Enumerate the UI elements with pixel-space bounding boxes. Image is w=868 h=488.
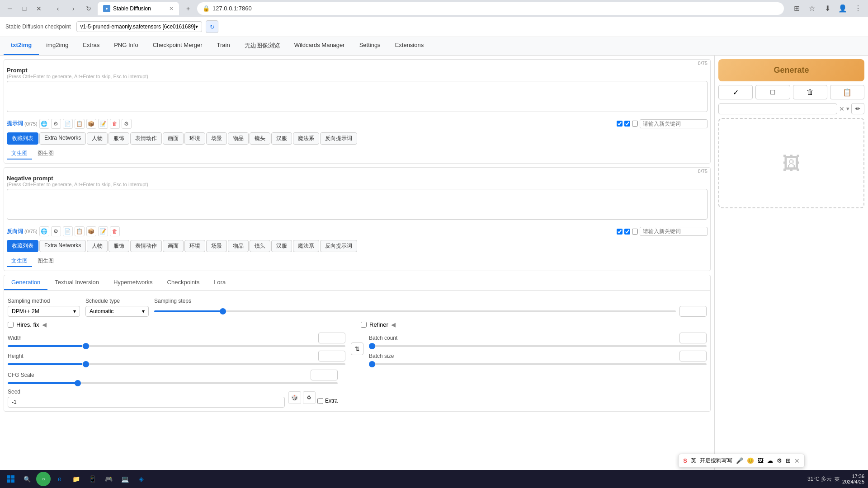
prompt-textarea[interactable] <box>7 81 708 112</box>
prompt-innertab-0[interactable]: 文生图 <box>7 148 32 160</box>
cfg-scale-input[interactable]: 7 <box>311 370 338 380</box>
prompt-icon1-btn[interactable]: 🌐 <box>39 119 49 129</box>
sogou-close-btn[interactable]: ✕ <box>794 457 800 465</box>
clipboard-btn[interactable]: 📋 <box>830 85 864 99</box>
prompt-icon3-btn[interactable]: 📄 <box>63 119 73 129</box>
height-input[interactable]: 512 <box>318 351 345 361</box>
neg-keyword-input[interactable] <box>640 227 708 236</box>
back-btn[interactable]: ‹ <box>52 2 64 15</box>
neg-check2[interactable] <box>624 229 630 235</box>
extra-checkbox[interactable] <box>317 398 323 404</box>
generate-btn[interactable]: Generate <box>718 59 864 81</box>
skip-btn[interactable]: □ <box>755 85 790 99</box>
taskbar-chrome-btn[interactable]: ○ <box>36 472 51 486</box>
gen-tab-3[interactable]: Checkpoints <box>160 275 207 290</box>
taskbar-vscode-btn[interactable]: ◈ <box>134 472 148 486</box>
image-placeholder[interactable]: 🖼 <box>718 118 864 208</box>
prompt-subtab-0[interactable]: 收藏列表 <box>7 132 38 145</box>
tab-img2img[interactable]: img2img <box>39 37 75 55</box>
gen-tab-1[interactable]: Textual Inversion <box>47 275 106 290</box>
close-btn[interactable]: ✕ <box>33 2 45 15</box>
tab-extensions[interactable]: Extensions <box>388 37 431 55</box>
neg-check3[interactable] <box>632 229 638 235</box>
style-edit-btn[interactable]: ✏ <box>851 103 864 114</box>
taskbar-search-btn[interactable]: 🔍 <box>20 472 34 486</box>
batch-size-input[interactable]: 1 <box>679 351 707 361</box>
prompt-check2[interactable] <box>624 121 630 127</box>
neg-subtab-10[interactable]: 汉服 <box>271 240 292 252</box>
neg-innertab-0[interactable]: 文生图 <box>7 256 32 267</box>
prompt-icon5-btn[interactable]: 📦 <box>86 119 96 129</box>
minimize-btn[interactable]: ─ <box>4 2 16 15</box>
forward-btn[interactable]: › <box>67 2 80 15</box>
neg-subtab-8[interactable]: 物品 <box>228 240 249 252</box>
refresh-btn[interactable]: ↻ <box>82 2 95 15</box>
tab-png-info[interactable]: PNG Info <box>107 37 145 55</box>
prompt-subtab-9[interactable]: 镜头 <box>250 132 270 145</box>
neg-icon1-btn[interactable]: 🌐 <box>39 226 49 236</box>
prompt-subtab-7[interactable]: 场景 <box>206 132 227 145</box>
neg-icon4-btn[interactable]: 📋 <box>75 226 85 236</box>
neg-subtab-1[interactable]: Extra Networks <box>39 240 86 252</box>
new-tab-btn[interactable]: + <box>182 2 194 15</box>
confirm-btn[interactable]: ✓ <box>718 85 753 99</box>
prompt-subtab-6[interactable]: 环境 <box>184 132 205 145</box>
seed-input[interactable]: -1 <box>8 397 285 408</box>
menu-btn[interactable]: ⋮ <box>852 2 864 15</box>
neg-subtab-6[interactable]: 环境 <box>184 240 205 252</box>
batch-count-slider[interactable] <box>369 345 707 347</box>
neg-icon6-btn[interactable]: 📝 <box>98 226 108 236</box>
tab-checkpoint-merger[interactable]: Checkpoint Merger <box>146 37 210 55</box>
neg-subtab-3[interactable]: 服饰 <box>108 240 129 252</box>
bookmark-btn[interactable]: ☆ <box>806 2 818 15</box>
prompt-subtab-1[interactable]: Extra Networks <box>39 132 86 145</box>
prompt-innertab-1[interactable]: 图生图 <box>33 148 58 160</box>
start-btn[interactable] <box>4 472 18 486</box>
prompt-icon6-btn[interactable]: 📝 <box>98 119 108 129</box>
width-input[interactable]: 512 <box>318 333 345 343</box>
cfg-scale-slider[interactable] <box>8 382 338 384</box>
seed-recycle-btn[interactable]: ♻ <box>303 391 316 404</box>
sampling-steps-slider[interactable] <box>154 310 676 312</box>
trash-btn[interactable]: 🗑 <box>793 85 827 99</box>
taskbar-app4-btn[interactable]: 📱 <box>85 472 99 486</box>
prompt-delete-btn[interactable]: 🗑 <box>110 119 120 129</box>
hires-expand-icon[interactable]: ◀ <box>42 321 47 328</box>
neg-subtab-4[interactable]: 表情动作 <box>130 240 162 252</box>
neg-subtab-0[interactable]: 收藏列表 <box>7 240 38 252</box>
prompt-toolbar-label[interactable]: 提示词 <box>7 120 23 127</box>
neg-prompt-textarea[interactable] <box>7 189 708 220</box>
refiner-checkbox[interactable] <box>361 322 367 328</box>
sampling-steps-input[interactable]: 20 <box>679 306 707 317</box>
neg-prompt-toolbar-label[interactable]: 反向词 <box>7 228 23 235</box>
prompt-subtab-12[interactable]: 反向提示词 <box>320 132 357 145</box>
taskbar-app6-btn[interactable]: 💻 <box>118 472 132 486</box>
tab-wildcards[interactable]: Wildcards Manager <box>287 37 352 55</box>
neg-delete-btn[interactable]: 🗑 <box>110 226 120 236</box>
neg-subtab-7[interactable]: 场景 <box>206 240 227 252</box>
translate-btn[interactable]: ⊞ <box>790 2 803 15</box>
prompt-subtab-4[interactable]: 表情动作 <box>130 132 162 145</box>
tab-txt2img[interactable]: txt2img <box>4 37 39 55</box>
neg-subtab-12[interactable]: 反向提示词 <box>320 240 357 252</box>
tab-close[interactable]: ✕ <box>169 5 174 12</box>
prompt-check3[interactable] <box>632 121 638 127</box>
tab-settings[interactable]: Settings <box>352 37 388 55</box>
height-slider[interactable] <box>8 363 345 365</box>
prompt-check1[interactable] <box>617 121 623 127</box>
taskbar-app5-btn[interactable]: 🎮 <box>101 472 116 486</box>
neg-check1[interactable] <box>617 229 623 235</box>
neg-subtab-5[interactable]: 画面 <box>163 240 184 252</box>
swap-dimensions-btn[interactable]: ⇅ <box>351 343 363 355</box>
style-close-btn[interactable]: ✕ <box>839 105 844 113</box>
schedule-type-select[interactable]: Automatic ▾ <box>85 306 149 317</box>
prompt-subtab-11[interactable]: 魔法系 <box>293 132 319 145</box>
neg-subtab-9[interactable]: 镜头 <box>250 240 270 252</box>
checkpoint-select[interactable]: v1-5-pruned-emaonly.safetensors [6ce0161… <box>76 21 203 32</box>
prompt-subtab-3[interactable]: 服饰 <box>108 132 129 145</box>
seed-dice-btn[interactable]: 🎲 <box>288 391 301 404</box>
prompt-icon7-btn[interactable]: ⚙ <box>122 119 132 129</box>
browser-tab[interactable]: ● Stable Diffusion ✕ <box>98 2 179 15</box>
neg-innertab-1[interactable]: 图生图 <box>33 256 58 267</box>
tab-wubian[interactable]: 无边图像浏览 <box>237 37 287 55</box>
